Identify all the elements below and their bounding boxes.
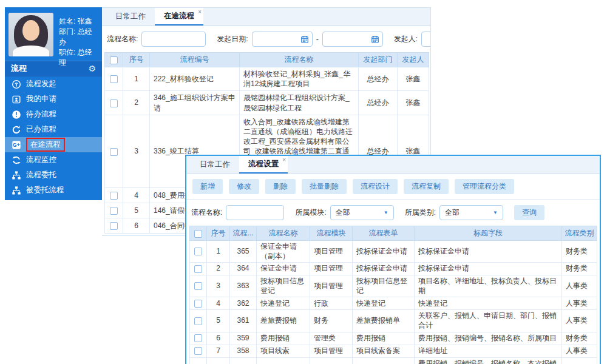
table-row[interactable]: 3363投标项目信息登记项目管理投标项目信息登记项目名称、详细地址、投标负责人、…: [190, 275, 597, 297]
tab-in-transit-process[interactable]: 在途流程×: [155, 8, 203, 25]
cell: 快递登记: [415, 297, 562, 310]
sidebar-item-delegated-processes[interactable]: 被委托流程: [5, 183, 102, 198]
cell: 人事类: [562, 345, 597, 357]
cell: 项目名称、详细地址、投标负责人、投标日期: [415, 275, 562, 297]
column-header: 流程表单: [353, 226, 415, 241]
row-checkbox[interactable]: [194, 334, 202, 342]
cell: 6: [207, 332, 230, 345]
cell: 3: [207, 275, 230, 297]
row-checkbox[interactable]: [110, 192, 118, 200]
row-checkbox-cell: [105, 91, 123, 115]
table-row[interactable]: 2346_施工组织设计方案申请晟铭园林绿化工程组织设计方案_晟铭园林绿化工程总经…: [105, 91, 429, 115]
row-checkbox[interactable]: [194, 300, 202, 308]
sidebar-item-label: 已办流程: [26, 124, 56, 135]
calendar-icon[interactable]: [300, 35, 309, 44]
row-checkbox[interactable]: [110, 148, 118, 156]
cell: 快递登记: [353, 297, 415, 310]
sidebar-item-pending-processes[interactable]: 待办流程: [5, 107, 102, 122]
add-button[interactable]: 新增: [192, 179, 223, 194]
select-all-checkbox[interactable]: [194, 230, 202, 238]
w2-tabbar: 日常工作流程设置×: [186, 156, 600, 174]
batch-delete-button[interactable]: 批量删除: [302, 179, 347, 194]
close-icon[interactable]: ×: [282, 157, 286, 163]
cell: 投标保证金申请: [353, 241, 415, 263]
column-header: 流程编号: [150, 53, 240, 67]
process-name-input[interactable]: [141, 32, 206, 47]
search-button[interactable]: 查询: [514, 205, 544, 220]
cell: 357: [230, 357, 257, 364]
cell: 1: [123, 67, 150, 91]
cell: 总经办: [359, 91, 398, 115]
process-design-button[interactable]: 流程设计: [353, 179, 398, 194]
process-copy-button[interactable]: 流程复制: [404, 179, 449, 194]
row-checkbox[interactable]: [194, 317, 202, 325]
gear-icon[interactable]: ⚙: [88, 64, 96, 73]
process-name-input[interactable]: [226, 205, 284, 220]
select-all-checkbox[interactable]: [110, 56, 118, 64]
table-row[interactable]: 7358项目线索项目管理项目线索备案详细地址人事类: [190, 345, 597, 357]
sidebar-item-process-delegation[interactable]: 流程委托: [5, 167, 102, 183]
sidebar-item-process-monitor[interactable]: 流程监控: [5, 152, 102, 167]
row-checkbox-cell: [190, 357, 207, 364]
close-icon[interactable]: ×: [198, 8, 202, 15]
category-select[interactable]: 全部 ▼: [439, 205, 503, 220]
row-checkbox[interactable]: [194, 282, 202, 290]
row-checkbox-cell: [190, 263, 207, 275]
cell: 费用报销、报销编号、报销名称、本次报销金额: [415, 357, 562, 364]
table-row[interactable]: 1222_材料验收登记材料验收登记_材料采购_张鑫_华润12城房建工程项目总经办…: [105, 67, 429, 91]
cell: 财务: [310, 310, 353, 332]
initiator-input[interactable]: [421, 32, 430, 47]
module-select[interactable]: 全部 ▼: [330, 205, 394, 220]
row-checkbox[interactable]: [194, 347, 202, 355]
table-row[interactable]: 5361差旅费报销财务差旅费报销单关联客户、报销人、申请日期、部门、报销合计人事…: [190, 310, 597, 332]
row-checkbox-cell: [190, 275, 207, 297]
table-row[interactable]: 1365保证金申请（副本）项目管理投标保证金申请投标保证金申请财务类: [190, 241, 597, 263]
row-checkbox-cell: [105, 218, 123, 234]
sidebar-item-my-applications[interactable]: 我的申请: [5, 92, 102, 107]
table-row[interactable]: 6359费用报销管理类费用报销费用报销、报销编号、报销名称、所属项目财务类: [190, 332, 597, 345]
w1-tabbar: 日常工作在途流程×: [102, 8, 430, 26]
row-checkbox-cell: [190, 241, 207, 263]
sitemap-icon: [12, 186, 21, 195]
row-checkbox[interactable]: [194, 265, 202, 273]
row-checkbox[interactable]: [110, 99, 118, 107]
manage-process-category-button[interactable]: 管理流程分类: [455, 179, 514, 194]
start-date-to-input[interactable]: [322, 32, 383, 47]
tab-process-settings[interactable]: 流程设置×: [239, 156, 288, 174]
delete-button[interactable]: 删除: [265, 179, 296, 194]
cell: 1: [207, 241, 230, 263]
w2-filterbar: 流程名称: 所属模块: 全部 ▼ 所属类别: 全部 ▼ 查询: [186, 200, 600, 226]
row-checkbox[interactable]: [110, 207, 118, 215]
row-checkbox[interactable]: [110, 222, 118, 230]
column-header: 序号: [123, 53, 150, 67]
tab-daily-work[interactable]: 日常工作: [106, 8, 155, 25]
cell: 361: [230, 310, 257, 332]
column-header: 流程名称: [240, 53, 359, 67]
table-row[interactable]: 2364保证金申请项目管理投标保证金申请投标保证金申请财务类: [190, 263, 597, 275]
table-row[interactable]: 4362快递登记行政快递登记快递登记人事类: [190, 297, 597, 310]
cell: 363: [230, 275, 257, 297]
row-checkbox[interactable]: [194, 248, 202, 255]
cell: 364: [230, 263, 257, 275]
start-date-label: 发起日期:: [217, 34, 248, 44]
row-checkbox[interactable]: [110, 75, 118, 83]
row-checkbox-cell: [190, 310, 207, 332]
tab-daily-work[interactable]: 日常工作: [191, 156, 239, 174]
sidebar-item-in-transit-processes[interactable]: G+在途流程: [5, 137, 102, 152]
row-checkbox-cell: [105, 115, 123, 187]
table-row[interactable]: 8357测试费用报销财务费用报销费用报销、报销编号、报销名称、本次报销金额财务类: [190, 357, 597, 364]
cell: 项目线索: [257, 345, 310, 357]
start-date-from-input[interactable]: [252, 32, 313, 47]
sidebar-item-completed-processes[interactable]: 已办流程: [5, 122, 102, 137]
id-card-icon: [12, 95, 21, 104]
edit-button[interactable]: 修改: [229, 179, 259, 194]
calendar-icon[interactable]: [371, 35, 379, 44]
sidebar-menu: 流程发起我的申请待办流程已办流程G+在途流程流程监控流程委托被委托流程: [5, 76, 102, 198]
cell: 359: [230, 332, 257, 345]
category-label: 所属类别:: [405, 207, 436, 218]
process-name-label: 流程名称:: [107, 34, 138, 44]
cell: 投标项目信息登记: [353, 275, 415, 297]
sidebar-item-process-initiate[interactable]: 流程发起: [5, 76, 102, 92]
cell: 关联客户、报销人、申请日期、部门、报销合计: [415, 310, 562, 332]
row-checkbox-cell: [190, 297, 207, 310]
